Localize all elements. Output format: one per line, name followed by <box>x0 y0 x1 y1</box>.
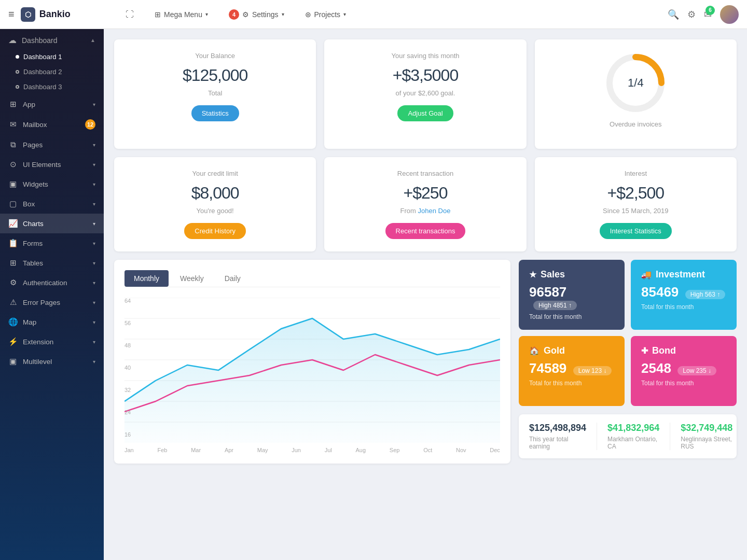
tab-monthly[interactable]: Monthly <box>125 270 169 287</box>
transaction-label: Recent transaction <box>397 170 453 177</box>
hamburger-icon[interactable]: ≡ <box>8 8 15 20</box>
extension-label: Extension <box>23 338 53 346</box>
invoices-card: 1/4 Overdue invoices <box>535 39 737 149</box>
topbar-center: ⛶ ⊞ Mega Menu ▾ 4 ⚙ Settings ▾ ⊛ Project… <box>120 6 659 23</box>
bottom-section: Monthly Weekly Daily 64 56 48 40 32 24 1 <box>114 260 737 464</box>
recent-transactions-button[interactable]: Recent transactions <box>385 223 466 239</box>
fullscreen-icon[interactable]: ⛶ <box>120 7 139 22</box>
credit-history-button[interactable]: Credit History <box>184 223 246 239</box>
bond-footer: Total for this month <box>641 380 726 387</box>
x-sep: Sep <box>390 447 400 453</box>
sidebar-item-authentication[interactable]: ⚙ Authentication ▾ <box>0 273 104 292</box>
transaction-value: +$250 <box>404 184 448 203</box>
chart-body: 64 56 48 40 32 24 16 <box>125 298 500 453</box>
chart-tabs: Monthly Weekly Daily <box>125 270 500 287</box>
sidebar-item-dashboard2[interactable]: Dashboard 2 <box>0 64 104 79</box>
sidebar-item-map[interactable]: 🌐 Map ▾ <box>0 312 104 332</box>
sidebar-item-error-pages[interactable]: ⚠ Error Pages ▾ <box>0 292 104 312</box>
gold-value: 74589 <box>529 360 566 376</box>
saving-card: Your saving this month +$3,5000 of your … <box>324 39 526 149</box>
invoices-fraction: 1/4 <box>628 77 644 89</box>
app-icon: ⊞ <box>8 100 18 109</box>
tab-daily[interactable]: Daily <box>215 270 250 287</box>
dashboard2-label: Dashboard 2 <box>23 68 62 76</box>
stats-bar-item-1: $41,832,964 Markham Ontario, CA <box>597 423 670 450</box>
mega-menu-chevron: ▾ <box>205 11 208 17</box>
gold-value-row: 74589 Low 123 ↓ <box>529 360 614 376</box>
bond-title: Bond <box>652 345 676 356</box>
dashboard-section-label: Dashboard <box>22 36 58 45</box>
credit-value: $8,000 <box>191 184 239 203</box>
interest-value: +$2,500 <box>607 184 665 203</box>
box-icon: ▢ <box>8 199 18 208</box>
chart-area: Jan Feb Mar Apr May Jun Jul Aug Sep Oct <box>125 298 500 453</box>
y-label-32: 32 <box>125 387 140 393</box>
dashboard1-label: Dashboard 1 <box>23 53 62 61</box>
y-label-64: 64 <box>125 298 140 304</box>
search-icon[interactable]: 🔍 <box>668 9 679 20</box>
logo-icon: ⬡ <box>21 7 35 22</box>
stats-bar-value-2: $32,749,448 <box>681 423 732 433</box>
sales-footer: Total for this month <box>529 313 614 320</box>
app-name: Bankio <box>39 9 71 20</box>
investment-card: 🚚 Investment 85469 High 563 ↑ Total for … <box>631 260 737 330</box>
error-pages-chevron: ▾ <box>93 300 95 305</box>
bond-value: 2548 <box>641 360 671 376</box>
sidebar-item-dashboard3[interactable]: Dashboard 3 <box>0 79 104 94</box>
sidebar-item-dashboard1[interactable]: Dashboard 1 <box>0 49 104 64</box>
sidebar-item-extension[interactable]: ⚡ Extension ▾ <box>0 332 104 352</box>
sidebar-item-mailbox[interactable]: ✉ Mailbox 12 <box>0 114 104 135</box>
balance-card: Your Balance $125,000 Total Statistics <box>114 39 316 149</box>
user-avatar[interactable] <box>720 5 739 24</box>
investment-header: 🚚 Investment <box>641 269 726 280</box>
sidebar-item-pages[interactable]: ⧉ Pages ▾ <box>0 135 104 155</box>
y-label-16: 16 <box>125 431 140 438</box>
stats-bar-value-1: $41,832,964 <box>607 423 659 433</box>
projects-chevron: ▾ <box>343 11 346 17</box>
mega-menu-item[interactable]: ⊞ Mega Menu ▾ <box>149 7 213 22</box>
sidebar-item-multilevel[interactable]: ▣ Multilevel ▾ <box>0 352 104 371</box>
topbar-right: 🔍 ⚙ ✉ 6 <box>668 5 739 24</box>
sidebar-item-tables[interactable]: ⊞ Tables ▾ <box>0 253 104 273</box>
projects-menu-item[interactable]: ⊛ Projects ▾ <box>300 7 352 22</box>
credit-sublabel: You're good! <box>197 207 234 215</box>
line-chart-svg <box>125 298 500 443</box>
gold-badge: Low 123 ↓ <box>573 366 612 375</box>
notifications-badge: 6 <box>706 6 715 15</box>
mega-menu-grid-icon: ⊞ <box>155 10 161 19</box>
settings-menu-item[interactable]: 4 ⚙ Settings ▾ <box>224 6 289 23</box>
mega-menu-label: Mega Menu <box>164 10 202 19</box>
ui-chevron: ▾ <box>93 162 95 167</box>
investment-title: Investment <box>656 269 705 280</box>
pages-chevron: ▾ <box>93 142 95 148</box>
forms-icon: 📋 <box>8 239 18 248</box>
statistics-button[interactable]: Statistics <box>191 105 239 121</box>
settings-badge: 4 <box>229 9 239 20</box>
sales-badge: High 4851 ↑ <box>533 301 577 310</box>
bond-header: ✚ Bond <box>641 345 726 356</box>
x-may: May <box>257 447 268 453</box>
sidebar-item-charts[interactable]: 📈 Charts ▾ <box>0 214 104 233</box>
interest-statistics-button[interactable]: Interest Statistics <box>600 223 672 239</box>
balance-sublabel: Total <box>208 89 222 97</box>
forms-chevron: ▾ <box>93 241 95 246</box>
ui-elements-label: UI Elements <box>23 161 61 169</box>
error-pages-icon: ⚠ <box>8 298 18 307</box>
sidebar-item-ui-elements[interactable]: ⊙ UI Elements ▾ <box>0 155 104 174</box>
tab-weekly[interactable]: Weekly <box>171 270 213 287</box>
investment-footer: Total for this month <box>641 303 726 311</box>
investment-badge: High 563 ↑ <box>685 290 725 299</box>
sidebar-item-box[interactable]: ▢ Box ▾ <box>0 194 104 214</box>
sales-header: ★ Sales <box>529 269 614 280</box>
widgets-label: Widgets <box>23 180 48 188</box>
dot-dashboard1 <box>16 55 19 59</box>
adjust-goal-button[interactable]: Adjust Goal <box>397 105 453 121</box>
dashboard-chevron: ▲ <box>90 37 95 43</box>
sidebar-item-widgets[interactable]: ▣ Widgets ▾ <box>0 174 104 194</box>
y-label-24: 24 <box>125 409 140 415</box>
sidebar-item-app[interactable]: ⊞ App ▾ <box>0 94 104 114</box>
sidebar-item-forms[interactable]: 📋 Forms ▾ <box>0 233 104 253</box>
tables-chevron: ▾ <box>93 260 95 266</box>
settings-icon[interactable]: ⚙ <box>687 9 696 20</box>
charts-chevron: ▾ <box>93 221 95 227</box>
